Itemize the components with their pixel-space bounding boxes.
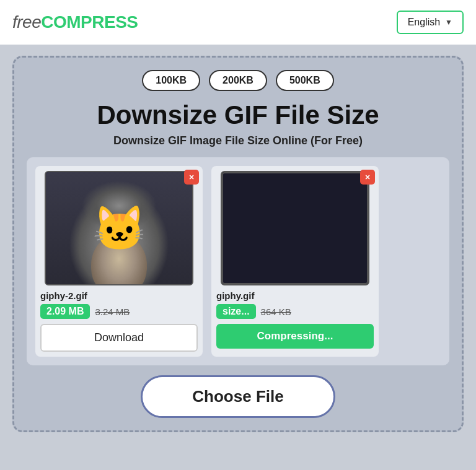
file-card-1: × giphy-2.gif 2.09 MB 3.24 MB Download xyxy=(35,166,203,357)
drop-zone: 100KB 200KB 500KB Downsize GIF File Size… xyxy=(12,56,464,432)
choose-file-wrapper: Choose File xyxy=(27,375,449,418)
logo-compress-text: COMPRESS xyxy=(41,12,138,32)
size-pill-100kb[interactable]: 100KB xyxy=(142,70,200,91)
close-button-2[interactable]: × xyxy=(360,170,375,185)
logo: freeCOMPRESS xyxy=(12,12,138,32)
download-button-1[interactable]: Download xyxy=(40,324,198,352)
file-preview-2 xyxy=(221,171,369,285)
dark-gif-preview xyxy=(222,172,368,284)
original-size-1: 3.24 MB xyxy=(95,307,130,317)
cat-gif-preview xyxy=(46,172,192,284)
logo-free-text: free xyxy=(12,12,41,32)
compressing-button-2[interactable]: Compressing... xyxy=(216,324,374,349)
file-card-2: × giphy.gif size... 364 KB Compressing..… xyxy=(211,166,379,357)
size-pill-500kb[interactable]: 500KB xyxy=(276,70,334,91)
file-sizes-1: 2.09 MB 3.24 MB xyxy=(40,304,130,319)
size-pills-row: 100KB 200KB 500KB xyxy=(27,70,449,91)
file-sizes-2: size... 364 KB xyxy=(216,304,291,319)
page-subtitle: Downsize GIF Image File Size Online (For… xyxy=(27,134,449,147)
language-label: English xyxy=(408,17,440,28)
choose-file-button[interactable]: Choose File xyxy=(141,375,335,418)
files-grid: × giphy-2.gif 2.09 MB 3.24 MB Download ×… xyxy=(27,157,449,365)
file-preview-1 xyxy=(45,171,193,285)
file-name-1: giphy-2.gif xyxy=(40,290,87,301)
size-pill-200kb[interactable]: 200KB xyxy=(209,70,267,91)
compressed-size-1: 2.09 MB xyxy=(40,304,90,319)
file-name-2: giphy.gif xyxy=(216,290,254,301)
language-selector[interactable]: English ▼ xyxy=(397,11,464,34)
compressed-size-2: size... xyxy=(216,304,256,319)
close-button-1[interactable]: × xyxy=(184,170,199,185)
original-size-2: 364 KB xyxy=(261,307,291,317)
header: freeCOMPRESS English ▼ xyxy=(0,0,476,45)
page-title: Downsize GIF File Size xyxy=(27,101,449,129)
chevron-down-icon: ▼ xyxy=(445,18,452,27)
main-area: 100KB 200KB 500KB Downsize GIF File Size… xyxy=(0,45,476,443)
